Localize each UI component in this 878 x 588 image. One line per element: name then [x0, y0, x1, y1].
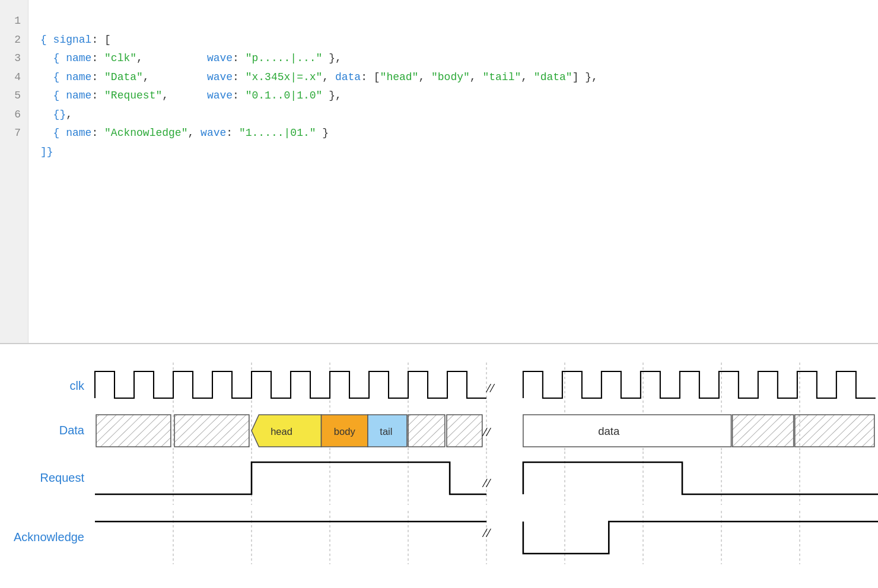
waveform-section: clk //: [0, 344, 878, 588]
acknowledge-wave: //: [95, 511, 878, 564]
svg-rect-28: [523, 415, 731, 447]
code-content[interactable]: { signal: [ { name: "clk", wave: "p.....…: [28, 0, 878, 343]
acknowledge-row: Acknowledge //: [0, 511, 878, 564]
svg-text://: //: [482, 475, 491, 490]
line-numbers: 1 2 3 4 5 6 7: [0, 0, 28, 343]
clk-row: clk //: [0, 363, 878, 410]
svg-rect-21: [174, 415, 249, 447]
request-wave: //: [95, 452, 878, 505]
code-editor[interactable]: 1 2 3 4 5 6 7 { signal: [ { name: "clk",…: [0, 0, 878, 344]
svg-text://: //: [482, 424, 491, 439]
data-row: Data: [0, 410, 878, 452]
svg-text://: //: [485, 380, 495, 395]
data-label: Data: [0, 424, 95, 437]
svg-text://: //: [482, 525, 491, 540]
clk-wave: //: [95, 363, 878, 410]
data-wave: // data head body tail: [95, 410, 878, 452]
svg-text:head: head: [271, 426, 292, 437]
request-row: Request: [0, 452, 878, 505]
svg-rect-20: [96, 415, 171, 447]
svg-rect-30: [733, 415, 794, 447]
clk-label: clk: [0, 379, 95, 393]
wave-spacer: [0, 505, 878, 511]
acknowledge-label: Acknowledge: [0, 530, 95, 544]
svg-text:data: data: [598, 425, 620, 437]
svg-text:tail: tail: [380, 426, 392, 437]
svg-rect-31: [795, 415, 874, 447]
request-label: Request: [0, 471, 95, 485]
svg-text:body: body: [334, 426, 356, 437]
svg-rect-25: [408, 415, 445, 447]
svg-rect-26: [447, 415, 482, 447]
